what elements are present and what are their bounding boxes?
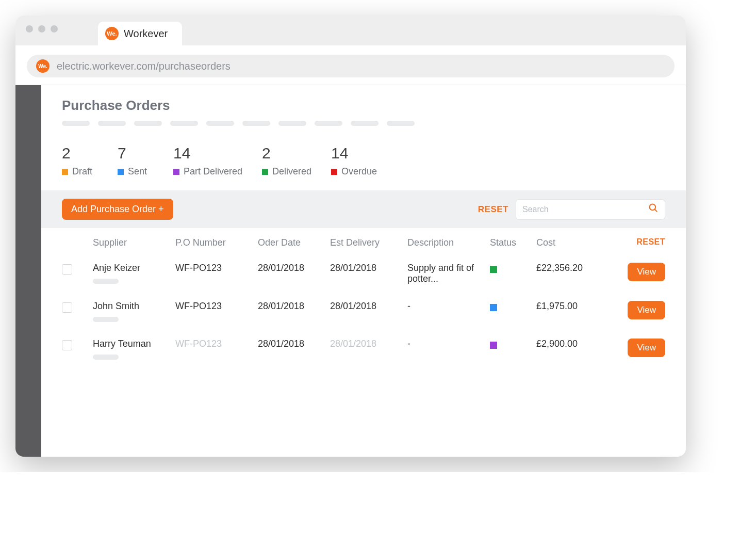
stat-count: 14 xyxy=(331,144,377,162)
status-swatch-icon xyxy=(331,169,337,175)
status-swatch-icon xyxy=(62,169,68,175)
col-cost[interactable]: Cost xyxy=(536,237,609,255)
status-stat[interactable]: 14Part Delivered xyxy=(173,144,242,177)
main-content: Purchase Orders 2Draft7Sent14Part Delive… xyxy=(41,85,686,457)
stat-label: Part Delivered xyxy=(184,166,242,177)
breadcrumb-skeleton xyxy=(62,121,665,126)
table-header-row: Supplier P.O Number Oder Date Est Delive… xyxy=(62,237,665,255)
cell-supplier: Harry Teuman xyxy=(93,339,170,360)
view-button[interactable]: View xyxy=(628,263,665,281)
cell-description: - xyxy=(407,339,485,349)
section-header: Purchase Orders xyxy=(41,85,686,131)
cell-est-delivery: 28/01/2018 xyxy=(330,339,402,349)
urlbar-container: We. electric.workever.com/purchaseorders xyxy=(15,45,686,85)
col-description[interactable]: Description xyxy=(407,237,485,255)
cell-cost: £22,356.20 xyxy=(536,263,609,274)
cell-est-delivery: 28/01/2018 xyxy=(330,263,402,274)
row-checkbox[interactable] xyxy=(62,302,72,313)
cell-po-number: WF-PO123 xyxy=(175,263,253,274)
supplier-sub-skeleton xyxy=(93,279,119,284)
stat-count: 2 xyxy=(262,144,311,162)
stat-label: Sent xyxy=(128,166,147,177)
col-order-date[interactable]: Oder Date xyxy=(258,237,325,255)
col-status[interactable]: Status xyxy=(490,237,531,255)
cell-description: - xyxy=(407,301,485,312)
status-swatch-icon xyxy=(118,169,124,175)
cell-order-date: 28/01/2018 xyxy=(258,263,325,274)
stat-count: 7 xyxy=(118,144,154,162)
window-control-dot[interactable] xyxy=(38,25,45,33)
app-window: We. Workever We. electric.workever.com/p… xyxy=(15,15,686,457)
table-row: Anje KeizerWF-PO12328/01/201828/01/2018S… xyxy=(62,255,665,294)
row-checkbox[interactable] xyxy=(62,340,72,350)
cell-status xyxy=(490,263,531,273)
search-icon[interactable] xyxy=(648,203,659,216)
supplier-sub-skeleton xyxy=(93,355,119,360)
stat-label: Draft xyxy=(72,166,92,177)
status-stat[interactable]: 2Delivered xyxy=(262,144,311,177)
cell-cost: £1,975.00 xyxy=(536,301,609,312)
cell-est-delivery: 28/01/2018 xyxy=(330,301,402,312)
tab-title: Workever xyxy=(124,28,168,40)
toolbar: Add Purchase Order + RESET xyxy=(41,190,686,228)
cell-order-date: 28/01/2018 xyxy=(258,301,325,312)
status-indicator-icon xyxy=(490,266,497,273)
window-control-dot[interactable] xyxy=(26,25,33,33)
cell-supplier: Anje Keizer xyxy=(93,263,170,284)
browser-titlebar: We. Workever xyxy=(15,15,686,45)
col-supplier[interactable]: Supplier xyxy=(93,237,170,255)
purchase-orders-table: Supplier P.O Number Oder Date Est Delive… xyxy=(41,228,686,400)
col-reset-button[interactable]: RESET xyxy=(614,237,665,254)
window-controls xyxy=(26,25,58,33)
reset-button[interactable]: RESET xyxy=(478,204,508,215)
cell-supplier: John Smith xyxy=(93,301,170,322)
svg-line-1 xyxy=(655,210,657,212)
search-input[interactable] xyxy=(522,205,648,214)
page-title: Purchase Orders xyxy=(62,98,665,114)
status-stat[interactable]: 2Draft xyxy=(62,144,98,177)
status-summary: 2Draft7Sent14Part Delivered2Delivered14O… xyxy=(41,131,686,190)
cell-order-date: 28/01/2018 xyxy=(258,339,325,349)
table-row: John SmithWF-PO12328/01/201828/01/2018-£… xyxy=(62,294,665,331)
row-checkbox[interactable] xyxy=(62,264,72,275)
cell-cost: £2,900.00 xyxy=(536,339,609,349)
stat-count: 14 xyxy=(173,144,242,162)
status-indicator-icon xyxy=(490,342,497,349)
table-row: Harry TeumanWF-PO12328/01/201828/01/2018… xyxy=(62,331,665,369)
cell-po-number: WF-PO123 xyxy=(175,339,253,349)
url-logo-icon: We. xyxy=(36,59,50,73)
add-purchase-order-button[interactable]: Add Purchase Order + xyxy=(62,199,173,220)
col-po-number[interactable]: P.O Number xyxy=(175,237,253,255)
status-swatch-icon xyxy=(262,169,268,175)
stat-count: 2 xyxy=(62,144,98,162)
cell-po-number: WF-PO123 xyxy=(175,301,253,312)
status-indicator-icon xyxy=(490,304,497,311)
status-stat[interactable]: 14Overdue xyxy=(331,144,377,177)
cell-description: Supply and fit of potter... xyxy=(407,263,485,284)
stat-label: Overdue xyxy=(341,166,377,177)
status-stat[interactable]: 7Sent xyxy=(118,144,154,177)
supplier-sub-skeleton xyxy=(93,317,119,322)
view-button[interactable]: View xyxy=(628,301,665,319)
tab-logo-icon: We. xyxy=(105,27,119,40)
status-swatch-icon xyxy=(173,169,179,175)
view-button[interactable]: View xyxy=(628,339,665,357)
search-box[interactable] xyxy=(516,199,665,220)
app-body: Purchase Orders 2Draft7Sent14Part Delive… xyxy=(15,85,686,457)
url-bar[interactable]: We. electric.workever.com/purchaseorders xyxy=(27,55,675,77)
window-control-dot[interactable] xyxy=(51,25,58,33)
url-text: electric.workever.com/purchaseorders xyxy=(57,60,231,72)
col-est-delivery[interactable]: Est Delivery xyxy=(330,237,402,255)
cell-status xyxy=(490,339,531,349)
cell-status xyxy=(490,301,531,311)
sidebar xyxy=(15,85,41,457)
browser-tab[interactable]: We. Workever xyxy=(98,22,182,45)
stat-label: Delivered xyxy=(272,166,311,177)
